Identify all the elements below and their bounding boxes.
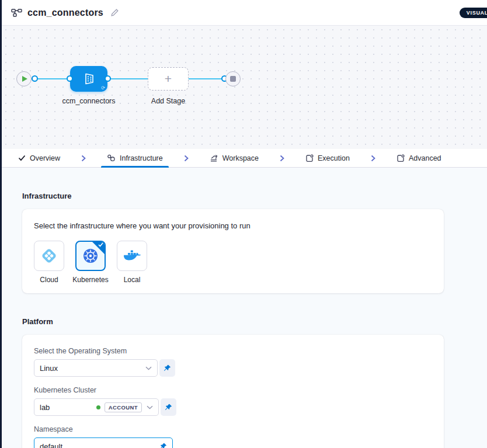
chevron-right-icon: [81, 155, 86, 162]
cluster-select[interactable]: lab ACCOUNT: [34, 398, 159, 416]
chevron-right-icon: [280, 155, 284, 162]
chevron-right-icon: [371, 155, 375, 162]
add-stage-button[interactable]: +: [148, 67, 189, 91]
option-label: Cloud: [40, 276, 58, 284]
scope-badge: ACCOUNT: [105, 402, 142, 412]
stage-label: ccm_connectors: [62, 97, 115, 105]
cluster-pin-button[interactable]: [161, 398, 176, 416]
infrastructure-icon: [107, 154, 116, 162]
infrastructure-heading: Infrastructure: [22, 192, 487, 200]
tab-overview[interactable]: Overview: [18, 149, 60, 167]
port-stage-right: [105, 75, 111, 82]
option-label: Local: [124, 276, 141, 284]
platform-heading: Platform: [22, 317, 487, 326]
flow-connector-line: [24, 78, 233, 79]
infrastructure-options: Cloud: [34, 241, 432, 284]
pipeline-title: ccm_connectors: [27, 8, 103, 18]
pin-icon: [165, 404, 172, 411]
platform-card: Select the Operating System Linux Kubern…: [22, 335, 444, 448]
os-field-label: Select the Operating System: [34, 347, 432, 355]
port-start: [32, 75, 38, 82]
pipeline-canvas[interactable]: ⟳ ccm_connectors + Add Stage: [2, 26, 487, 149]
end-node: [225, 71, 241, 86]
workspace-icon: [210, 154, 218, 162]
option-cloud[interactable]: Cloud: [34, 241, 64, 284]
left-edge-panel: [0, 0, 2, 448]
cluster-value: lab: [40, 403, 96, 412]
advanced-icon: [396, 154, 405, 162]
execution-icon: [305, 154, 314, 162]
page: ccm_connectors VISUAL ⟳: [2, 0, 487, 448]
docker-icon: [123, 248, 141, 263]
tab-label: Workspace: [222, 154, 259, 162]
stop-icon: [230, 76, 236, 82]
os-select[interactable]: Linux: [34, 359, 158, 377]
option-cloud-box[interactable]: [34, 241, 64, 271]
option-label: Kubernetes: [72, 276, 108, 284]
cluster-field-label: Kubernetes Cluster: [34, 386, 432, 394]
infrastructure-card: Select the infrastructure where you want…: [22, 209, 444, 293]
cloud-icon: [40, 247, 58, 265]
start-node: [16, 71, 32, 86]
cluster-field-row: lab ACCOUNT: [34, 398, 432, 416]
tab-workspace[interactable]: Workspace: [210, 149, 259, 167]
infrastructure-prompt: Select the infrastructure where you want…: [34, 221, 432, 230]
namespace-input[interactable]: default: [34, 437, 173, 448]
check-icon: [18, 155, 26, 161]
stage-content: Infrastructure Select the infrastructure…: [2, 192, 487, 448]
stage-node-ccm-connectors[interactable]: ⟳: [70, 66, 107, 92]
visual-yaml-toggle[interactable]: VISUAL: [460, 8, 487, 18]
plus-icon: +: [165, 73, 172, 85]
add-stage-label: Add Stage: [151, 97, 185, 105]
option-local[interactable]: Local: [117, 241, 147, 284]
tab-execution[interactable]: Execution: [305, 149, 350, 167]
tab-label: Advanced: [409, 154, 441, 162]
chevron-right-icon: [184, 155, 189, 162]
chevron-down-icon[interactable]: [147, 405, 153, 409]
infrastructure-stage-icon: [81, 72, 96, 86]
namespace-value: default: [40, 442, 159, 448]
tab-infrastructure[interactable]: Infrastructure: [107, 149, 163, 167]
tab-advanced[interactable]: Advanced: [396, 149, 441, 167]
tab-label: Infrastructure: [120, 154, 163, 162]
namespace-field-row: default: [34, 437, 432, 448]
os-pin-button[interactable]: [159, 359, 175, 377]
pin-icon: [164, 364, 171, 372]
option-local-box[interactable]: [117, 241, 147, 271]
chevron-down-icon[interactable]: [145, 366, 152, 370]
stage-tabbar: Overview Infrastructure Workspace: [2, 149, 487, 168]
tab-label: Execution: [318, 154, 350, 162]
option-kubernetes[interactable]: Kubernetes: [75, 241, 106, 284]
os-value: Linux: [40, 364, 141, 373]
play-icon: [22, 76, 27, 82]
selected-check-icon: [98, 242, 103, 247]
namespace-field-label: Namespace: [34, 425, 432, 433]
stage-status-icon: ⟳: [101, 86, 105, 91]
tab-label: Overview: [30, 154, 60, 162]
pipeline-icon: [11, 8, 22, 18]
header: ccm_connectors VISUAL: [2, 0, 487, 26]
port-stage-left: [67, 75, 73, 82]
edit-pencil-icon[interactable]: [110, 8, 119, 17]
connector-status-dot: [96, 405, 100, 409]
option-kubernetes-box[interactable]: [75, 241, 106, 271]
pin-icon[interactable]: [159, 443, 167, 448]
os-field-row: Linux: [34, 359, 432, 377]
